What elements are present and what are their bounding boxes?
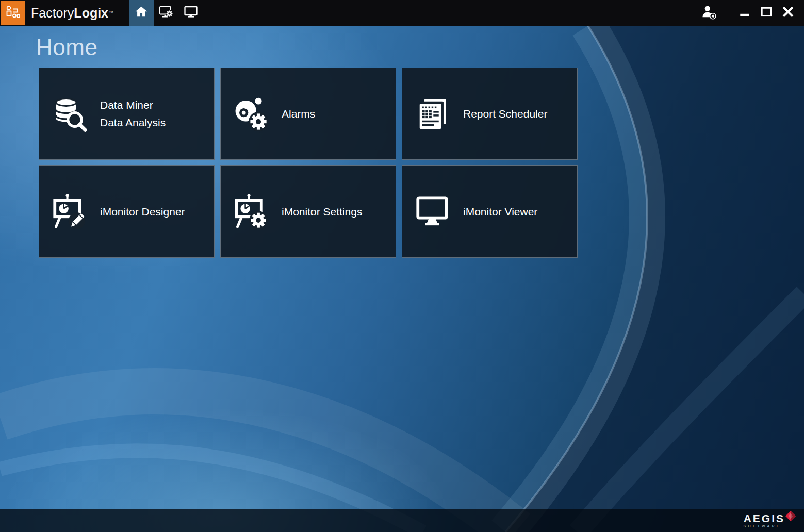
maximize-icon [760, 6, 773, 20]
tile-label-line1: iMonitor Viewer [463, 203, 537, 221]
tile-label-line1: Data Miner [100, 96, 166, 114]
aegis-software-text: SOFTWARE [744, 525, 781, 528]
tile-grid: Data Miner Data Analysis [39, 68, 578, 258]
brand-trademark: ™ [109, 10, 113, 15]
tile-label: Data Miner Data Analysis [100, 96, 166, 131]
tile-label-line1: iMonitor Designer [100, 203, 185, 221]
maximize-button[interactable] [756, 2, 777, 24]
tile-imonitor-settings[interactable]: iMonitor Settings [220, 165, 396, 258]
presentation-gear-icon [231, 193, 270, 231]
tile-imonitor-designer[interactable]: iMonitor Designer [39, 165, 215, 258]
tile-label-line1: iMonitor Settings [282, 203, 362, 221]
tile-label: iMonitor Settings [282, 203, 362, 221]
alarm-gear-icon [231, 95, 270, 133]
close-button[interactable] [777, 2, 799, 24]
tile-alarms[interactable]: Alarms [220, 68, 396, 160]
app-title: FactoryLogix™ [26, 0, 122, 26]
main-tabs [129, 0, 203, 26]
tile-data-miner[interactable]: Data Miner Data Analysis [39, 68, 215, 160]
home-icon [135, 5, 148, 21]
tile-label: Report Scheduler [463, 105, 547, 123]
tile-label-line2: Data Analysis [100, 114, 166, 131]
factorylogix-logo-icon [1, 1, 25, 25]
aegis-logo: AEGIS SOFTWARE [744, 513, 796, 528]
desktop-background: Home Data Miner Data Analysis [0, 26, 804, 532]
factorylogix-window: FactoryLogix™ [0, 0, 804, 532]
logout-user-button[interactable] [698, 2, 719, 24]
window-controls [698, 0, 804, 26]
tile-label-line1: Report Scheduler [463, 105, 547, 123]
report-pages-icon [413, 95, 452, 133]
tile-imonitor-viewer[interactable]: iMonitor Viewer [402, 165, 578, 258]
minimize-button[interactable] [734, 2, 756, 24]
tab-imonitor-settings[interactable] [154, 0, 178, 26]
brand-bold: Logix [74, 6, 108, 21]
aegis-diamond-icon [785, 513, 796, 523]
monitor-icon [413, 193, 452, 231]
bottom-bar: AEGIS SOFTWARE [0, 509, 804, 532]
page-title: Home [36, 34, 804, 61]
brand-regular: Factory [31, 6, 74, 21]
titlebar: FactoryLogix™ [0, 0, 804, 26]
aegis-brand-text: AEGIS [744, 513, 785, 524]
tile-label: iMonitor Viewer [463, 203, 537, 221]
tab-imonitor-viewer[interactable] [178, 0, 203, 26]
tile-report-scheduler[interactable]: Report Scheduler [402, 68, 578, 160]
presentation-pencil-icon [50, 193, 89, 231]
tab-home[interactable] [129, 0, 154, 26]
minimize-icon [739, 6, 751, 20]
tile-label-line1: Alarms [282, 105, 315, 123]
close-icon [781, 5, 795, 21]
monitor-icon [184, 5, 198, 21]
database-search-icon [50, 95, 89, 133]
presentation-gear-icon [159, 5, 173, 21]
tile-label: iMonitor Designer [100, 203, 185, 221]
tile-label: Alarms [282, 105, 315, 123]
user-logout-icon [701, 4, 716, 22]
